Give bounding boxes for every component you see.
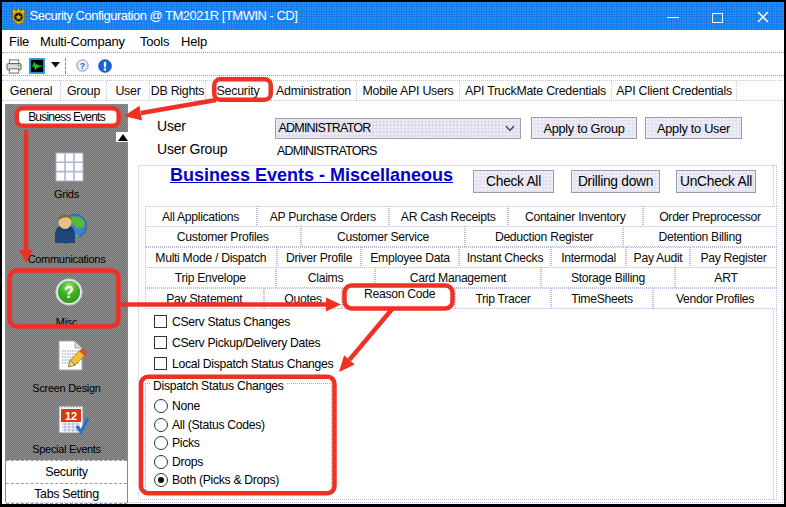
svg-text:?: ? [80,61,85,71]
svg-text:12: 12 [65,410,77,422]
svg-text:?: ? [64,284,74,301]
